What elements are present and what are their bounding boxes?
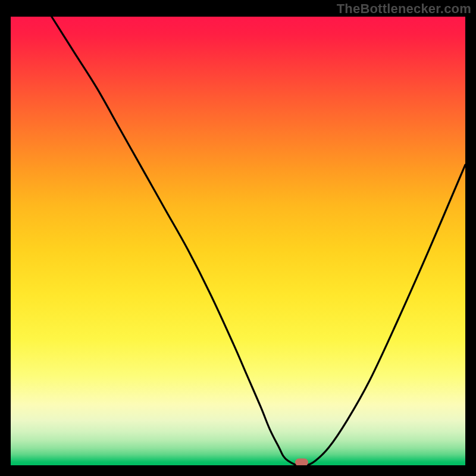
optimum-marker bbox=[295, 459, 308, 465]
watermark-text: TheBottlenecker.com bbox=[337, 1, 471, 17]
bottleneck-curve bbox=[11, 17, 465, 465]
plot-area bbox=[11, 17, 465, 465]
chart-frame: TheBottlenecker.com bbox=[0, 0, 476, 476]
